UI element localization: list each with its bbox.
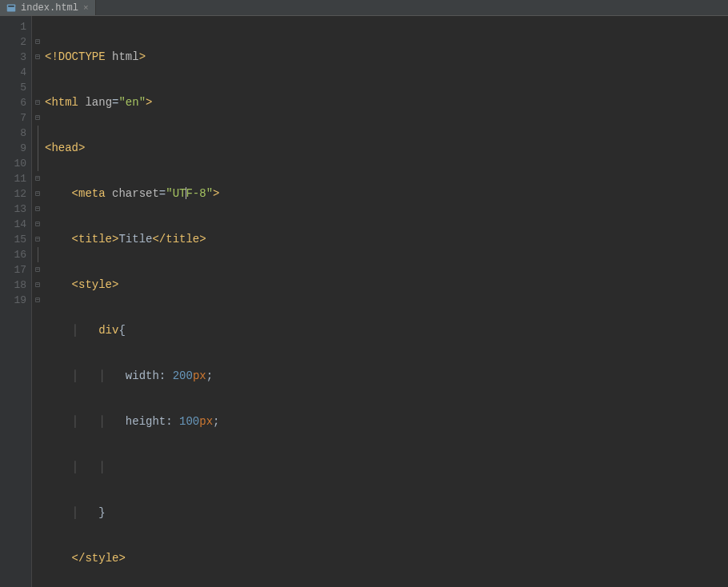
html-file-icon [6,3,16,13]
code-line: </style> [45,551,728,566]
code-line: <head> [45,141,728,156]
line-number: 9 [0,141,26,156]
code-line: <html lang="en"> [45,95,728,110]
line-number: 6 [0,95,26,110]
code-line: │ │ [45,460,728,475]
tab-bar: index.html × [0,0,728,16]
line-number: 14 [0,217,26,232]
fold-toggle-icon[interactable]: ⊟ [32,95,43,110]
code-line: <style> [45,278,728,293]
fold-toggle-icon[interactable]: ⊟ [32,217,43,232]
line-number: 2 [0,34,26,50]
line-number: 11 [0,171,26,186]
fold-end-icon: ⊟ [32,171,43,186]
fold-toggle-icon[interactable]: ⊟ [32,50,43,65]
line-number: 16 [0,247,26,262]
line-number-gutter: 1 2 3 4 5 6 7 8 9 10 11 12 13 14 15 16 1… [0,16,32,587]
text-cursor-icon [186,187,186,199]
fold-toggle-icon[interactable]: ⊟ [32,34,43,50]
fold-end-icon: ⊟ [32,186,43,202]
line-number: 17 [0,262,26,278]
code-editor[interactable]: 1 2 3 4 5 6 7 8 9 10 11 12 13 14 15 16 1… [0,16,728,587]
fold-toggle-icon[interactable]: ⊟ [32,232,43,247]
code-line: │ │ height: 100px; [45,414,728,429]
line-number: 8 [0,126,26,141]
close-icon[interactable]: × [83,3,89,13]
line-number: 3 [0,50,26,65]
line-number: 12 [0,186,26,202]
svg-rect-1 [8,6,14,7]
line-number: 13 [0,202,26,217]
code-line: <title>Title</title> [45,232,728,247]
code-line: │ } [45,505,728,521]
code-area[interactable]: <!DOCTYPE html> <html lang="en"> <head> … [43,16,728,587]
tab-filename: index.html [21,2,78,14]
line-number: 7 [0,110,26,126]
fold-end-icon: ⊟ [32,293,43,308]
line-number: 15 [0,232,26,247]
line-number: 18 [0,278,26,293]
line-number: 1 [0,19,26,34]
line-number: 5 [0,80,26,95]
code-line: <!DOCTYPE html> [45,50,728,65]
file-tab[interactable]: index.html × [0,0,96,15]
fold-toggle-icon[interactable]: ⊟ [32,110,43,126]
fold-column: ⊟ ⊟ ⊟ ⊟ ⊟ ⊟ ⊟ ⊟ ⊟ ⊟ ⊟ ⊟ [32,16,43,587]
code-line: │ div{ [45,323,728,338]
code-line: <meta charset="UTF-8"> [45,186,728,202]
code-line: │ │ width: 200px; [45,369,728,384]
line-number: 19 [0,293,26,308]
fold-end-icon: ⊟ [32,278,43,293]
svg-rect-0 [7,4,16,11]
line-number: 4 [0,65,26,80]
line-number: 10 [0,156,26,171]
fold-end-icon: ⊟ [32,262,43,278]
fold-end-icon: ⊟ [32,202,43,217]
